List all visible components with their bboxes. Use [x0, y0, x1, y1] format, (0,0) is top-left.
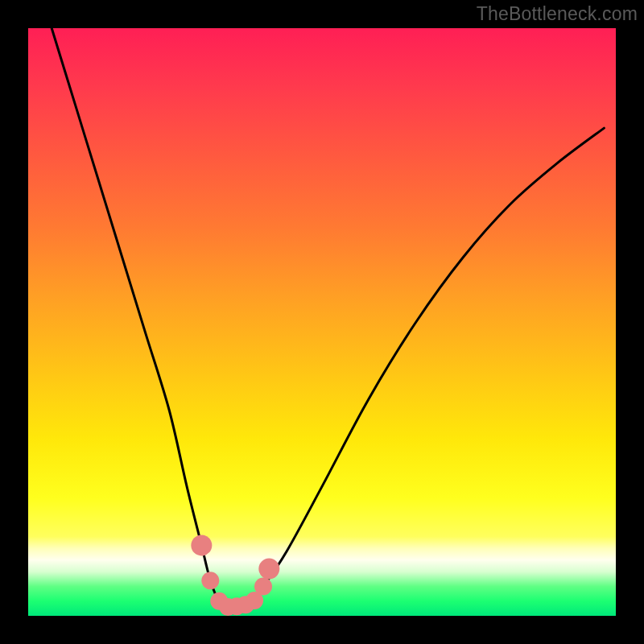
watermark-text: TheBottleneck.com: [477, 3, 638, 25]
bottleneck-curve: [52, 28, 604, 607]
highlight-dots: [191, 535, 279, 616]
highlight-dot: [258, 559, 279, 580]
highlight-dot: [254, 578, 272, 596]
highlight-dot: [191, 535, 212, 555]
curve-layer: [28, 28, 616, 616]
highlight-dot: [201, 572, 219, 589]
chart-canvas: TheBottleneck.com: [0, 0, 644, 644]
plot-area: [28, 28, 616, 616]
